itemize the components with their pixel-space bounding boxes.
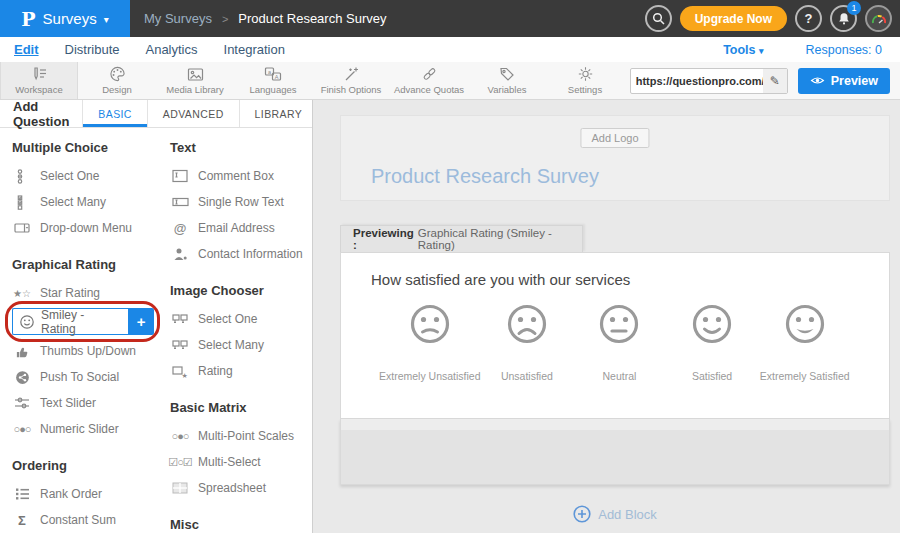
breadcrumb: My Surveys > Product Research Survey [130,0,386,37]
questionpro-logo-icon: P [21,8,35,30]
section-misc: Misc [170,517,312,532]
svg-text:a: a [268,69,272,75]
section-title: Image Chooser [170,283,312,298]
qtype-smiley-rating[interactable]: Smiley - Rating [12,308,128,335]
workspace-icon [31,66,48,82]
responses-count[interactable]: Responses: 0 [806,43,882,57]
edit-url-button[interactable]: ✎ [763,69,787,93]
toolbar-workspace[interactable]: Workspace [0,62,78,99]
qtype-thumbs-up-down[interactable]: Thumbs Up/Down [12,338,154,364]
qtype-dropdown-menu[interactable]: Drop-down Menu [12,215,154,241]
add-logo-button[interactable]: Add Logo [580,128,649,148]
option-unsatisfied[interactable]: Unsatisfied [481,304,574,382]
section-title: Basic Matrix [170,400,312,415]
survey-url-field[interactable]: https://questionpro.com/t/A ✎ [630,68,788,94]
qtype-multi-point-scales[interactable]: ○●○ Multi-Point Scales [170,423,312,449]
toolbar-advance-quotas[interactable]: Advance Quotas [390,62,468,99]
survey-canvas: Add Logo Product Research Survey Preview… [313,100,900,533]
item-label: Comment Box [198,169,274,183]
tools-label: Tools [723,43,755,57]
option-neutral[interactable]: Neutral [573,304,666,382]
item-label: Star Rating [40,286,100,300]
qtype-constant-sum[interactable]: Σ Constant Sum [12,507,154,533]
image-icon [187,67,204,82]
qtype-rank-order[interactable]: Rank Order [12,481,154,507]
toolbar-design[interactable]: Design [78,62,156,99]
question-type-list: Multiple Choice Select One Select Many [0,128,312,533]
option-satisfied[interactable]: Satisfied [666,304,759,382]
tab-advanced[interactable]: ADVANCED [147,100,239,127]
qtype-contact-information[interactable]: Contact Information [170,241,312,267]
toolbar-variables[interactable]: Variables [468,62,546,99]
item-label: Drop-down Menu [40,221,132,235]
qtype-multi-select[interactable]: ☑○☑ Multi-Select [170,449,312,475]
gauge-icon [871,13,887,25]
toolbar-languages[interactable]: a A Languages [234,62,312,99]
tab-basic[interactable]: BASIC [82,100,147,127]
chain-link-icon [421,66,438,82]
search-icon [651,11,666,26]
toolbar-finish-options[interactable]: Finish Options [312,62,390,99]
add-block-button[interactable]: Add Block [340,505,890,523]
qtype-spreadsheet[interactable]: Spreadsheet [170,475,312,501]
tab-library[interactable]: LIBRARY [239,100,318,127]
survey-nav-tabs: Edit Distribute Analytics Integration [14,42,285,57]
svg-text:A: A [275,74,279,80]
tools-dropdown[interactable]: Tools ▾ [723,43,763,57]
survey-title[interactable]: Product Research Survey [371,165,599,188]
qtype-smiley-rating-selected: Smiley - Rating + [12,308,154,335]
tab-analytics[interactable]: Analytics [145,42,197,57]
tab-distribute[interactable]: Distribute [65,42,120,57]
chevron-down-icon: ▾ [104,14,109,25]
toolbar-media-library[interactable]: Media Library [156,62,234,99]
qtype-numeric-slider[interactable]: ○●○ Numeric Slider [12,416,154,442]
item-label: Select One [198,312,257,326]
qtype-select-many[interactable]: Select Many [12,189,154,215]
image-pair-icon [170,339,190,351]
at-sign-icon: @ [170,221,190,236]
question-tabs: BASIC ADVANCED LIBRARY [82,100,317,127]
qtype-email-address[interactable]: @ Email Address [170,215,312,241]
qtype-image-select-many[interactable]: Select Many [170,332,312,358]
option-extremely-satisfied[interactable]: Extremely Satisfied [758,304,851,382]
star-rating-icon: ★☆ [12,288,32,299]
add-smiley-question-button[interactable]: + [128,308,154,335]
item-label: Spreadsheet [198,481,266,495]
option-extremely-unsatisfied[interactable]: Extremely Unsatisfied [379,304,481,382]
qtype-star-rating[interactable]: ★☆ Star Rating [12,280,154,306]
item-label: Select Many [40,195,106,209]
product-switcher[interactable]: P Surveys ▾ [0,0,130,37]
breadcrumb-current-survey: Product Research Survey [238,11,386,26]
account-avatar[interactable] [865,5,892,32]
qtype-select-one[interactable]: Select One [12,163,154,189]
qtype-comment-box[interactable]: Comment Box [170,163,312,189]
block-footer [340,419,890,485]
single-row-icon [170,197,190,207]
rank-order-icon [12,487,32,501]
pencil-icon: ✎ [770,74,780,88]
search-button[interactable] [645,5,672,32]
qtype-image-select-one[interactable]: Select One [170,306,312,332]
toolbar-settings[interactable]: Settings [546,62,624,99]
checkbox-list-icon [12,195,32,210]
topnav-actions: Upgrade Now ? 1 [645,0,900,37]
item-label: Multi-Point Scales [198,429,294,443]
tab-edit[interactable]: Edit [14,42,39,57]
qtype-image-rating[interactable]: ★ Rating [170,358,312,384]
top-navbar: P Surveys ▾ My Surveys > Product Researc… [0,0,900,37]
previewing-label: Previewing : [353,227,414,251]
very-happy-smiley-icon [785,304,825,344]
help-button[interactable]: ? [795,5,822,32]
multi-select-icon: ☑○☑ [170,456,190,469]
notifications: 1 [830,5,857,32]
smiley-options: Extremely Unsatisfied Unsatisfied [371,304,859,382]
tab-integration[interactable]: Integration [224,42,285,57]
qtype-push-to-social[interactable]: Push To Social [12,364,154,390]
preview-button[interactable]: Preview [798,68,890,94]
option-label: Extremely Satisfied [760,370,850,382]
breadcrumb-my-surveys[interactable]: My Surveys [144,11,212,26]
image-pair-icon [170,313,190,325]
qtype-text-slider[interactable]: Text Slider [12,390,154,416]
qtype-single-row-text[interactable]: Single Row Text [170,189,312,215]
upgrade-now-button[interactable]: Upgrade Now [680,6,787,31]
